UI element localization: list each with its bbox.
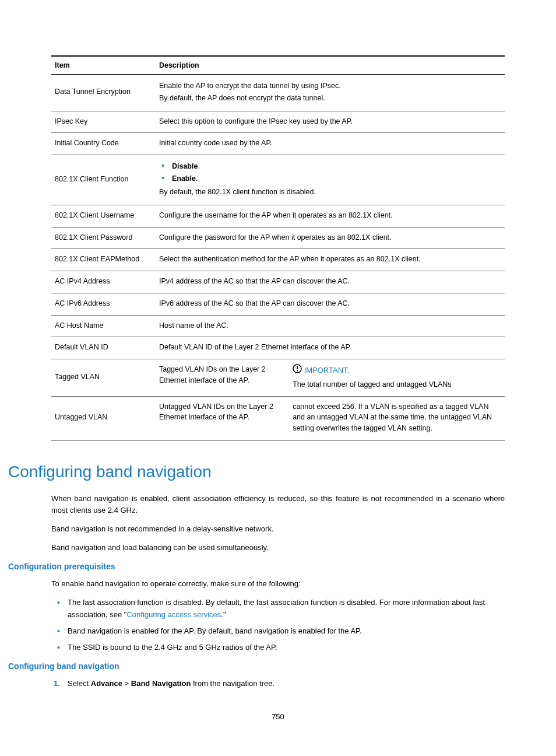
- table-row: AC Host Name Host name of the AC.: [51, 315, 505, 337]
- nav-band-navigation: Band Navigation: [131, 679, 191, 688]
- desc-cell: IPv4 address of the AC so that the AP ca…: [156, 271, 505, 293]
- desc-cell: Untagged VLAN IDs on the Layer 2 Etherne…: [156, 396, 505, 440]
- list-item: The SSID is bound to the 2.4 GHz and 5 G…: [68, 642, 505, 653]
- list-item: Disable.: [172, 160, 501, 172]
- table-row: Data Tunnel Encryption Enable the AP to …: [51, 75, 505, 111]
- item-cell: AC IPv4 Address: [51, 271, 156, 293]
- desc-cell: IPv6 address of the AC so that the AP ca…: [156, 293, 505, 315]
- text-span: >: [122, 679, 131, 688]
- desc-cell: Tagged VLAN IDs on the Layer 2 Ethernet …: [156, 359, 505, 397]
- desc-line: Enable the AP to encrypt the data tunnel…: [159, 80, 501, 92]
- table-row: Tagged VLAN Tagged VLAN IDs on the Layer…: [51, 359, 505, 397]
- list-item: Band navigation is enabled for the AP. B…: [68, 625, 505, 637]
- desc-line: By default, the AP does not encrypt the …: [159, 93, 501, 104]
- item-cell: AC Host Name: [51, 315, 156, 337]
- item-cell: 802.1X Client Password: [51, 227, 156, 249]
- desc-cell: Disable. Enable. By default, the 802.1X …: [156, 155, 505, 205]
- important-icon: [293, 364, 302, 377]
- desc-cell: Enable the AP to encrypt the data tunnel…: [156, 75, 505, 111]
- body-paragraph: Band navigation is not recommended in a …: [51, 523, 505, 535]
- subheading-prerequisites: Configuration prerequisites: [8, 562, 505, 571]
- body-paragraph: Band navigation and load balancing can b…: [51, 542, 505, 554]
- item-cell: 802.1X Client Function: [51, 155, 156, 205]
- important-text: The total number of tagged and untagged …: [293, 379, 501, 390]
- desc-line: By default, the 802.1X client function i…: [159, 187, 501, 198]
- text-span: .": [221, 610, 226, 619]
- item-cell: Data Tunnel Encryption: [51, 75, 156, 111]
- desc-cell: Host name of the AC.: [156, 315, 505, 337]
- body-paragraph: When band navigation is enabled, client …: [51, 493, 505, 516]
- item-cell: Initial Country Code: [51, 133, 156, 155]
- header-item: Item: [51, 56, 156, 75]
- table-row: Untagged VLAN Untagged VLAN IDs on the L…: [51, 396, 505, 440]
- header-description: Description: [156, 56, 505, 75]
- table-row: 802.1X Client Function Disable. Enable. …: [51, 155, 505, 205]
- important-text: cannot exceed 256. If a VLAN is specifie…: [293, 401, 501, 434]
- table-row: 802.1X Client EAPMethod Select the authe…: [51, 249, 505, 271]
- item-cell: AC IPv6 Address: [51, 293, 156, 315]
- list-item: The fast association function is disable…: [68, 597, 505, 620]
- page-number: 750: [0, 712, 556, 721]
- item-cell: Default VLAN ID: [51, 337, 156, 359]
- desc-line: Tagged VLAN IDs on the Layer 2 Ethernet …: [159, 364, 286, 390]
- item-cell: Untagged VLAN: [51, 396, 156, 440]
- item-cell: 802.1X Client Username: [51, 205, 156, 227]
- desc-cell: Configure the password for the AP when i…: [156, 227, 505, 249]
- table-row: 802.1X Client Username Configure the use…: [51, 205, 505, 227]
- table-row: Default VLAN ID Default VLAN ID of the L…: [51, 337, 505, 359]
- text-span: from the navigation tree.: [191, 679, 275, 688]
- desc-cell: Default VLAN ID of the Layer 2 Ethernet …: [156, 337, 505, 359]
- step-number: 1.: [54, 678, 60, 690]
- desc-cell: Select this option to configure the IPse…: [156, 111, 505, 133]
- text-span: Select: [68, 679, 91, 688]
- svg-rect-1: [297, 366, 298, 369]
- desc-line: Untagged VLAN IDs on the Layer 2 Etherne…: [159, 401, 286, 434]
- heading-band-navigation: Configuring band navigation: [8, 463, 505, 481]
- list-item: 1. Select Advance > Band Navigation from…: [68, 678, 505, 690]
- item-cell: 802.1X Client EAPMethod: [51, 249, 156, 271]
- table-row: AC IPv6 Address IPv6 address of the AC s…: [51, 293, 505, 315]
- important-label: IMPORTANT:: [304, 366, 350, 374]
- svg-rect-2: [297, 370, 298, 372]
- table-row: Initial Country Code Initial country cod…: [51, 133, 505, 155]
- subheading-configuring: Configuring band navigation: [8, 662, 505, 671]
- desc-cell: Configure the username for the AP when i…: [156, 205, 505, 227]
- table-row: 802.1X Client Password Configure the pas…: [51, 227, 505, 249]
- item-cell: IPsec Key: [51, 111, 156, 133]
- desc-cell: Initial country code used by the AP.: [156, 133, 505, 155]
- item-cell: Tagged VLAN: [51, 359, 156, 397]
- desc-cell: Select the authentication method for the…: [156, 249, 505, 271]
- nav-advance: Advance: [91, 679, 122, 688]
- list-item: Enable.: [172, 172, 501, 184]
- table-row: IPsec Key Select this option to configur…: [51, 111, 505, 133]
- link-access-services[interactable]: Configuring access services: [126, 610, 221, 619]
- table-row: AC IPv4 Address IPv4 address of the AC s…: [51, 271, 505, 293]
- body-paragraph: To enable band navigation to operate cor…: [51, 578, 505, 590]
- config-table: Item Description Data Tunnel Encryption …: [51, 55, 505, 440]
